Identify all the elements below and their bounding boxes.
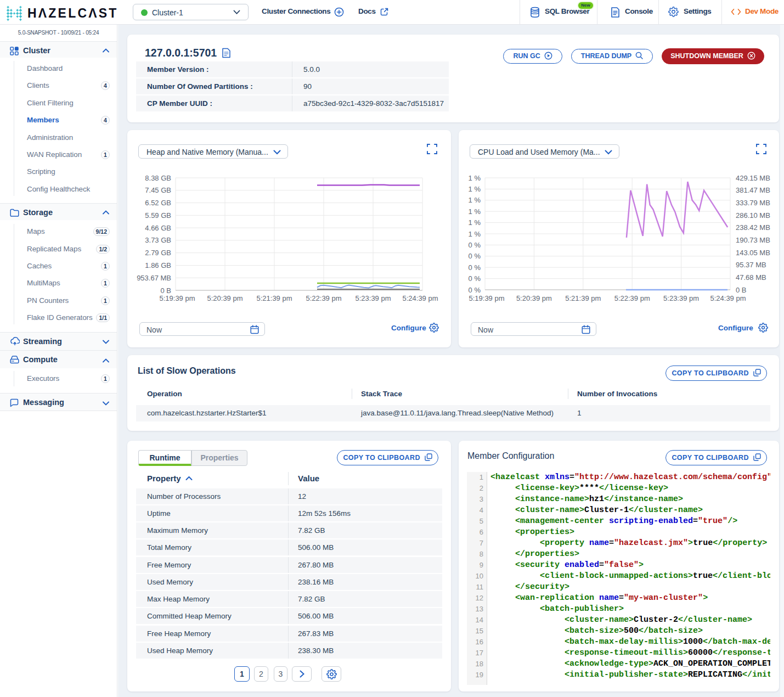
svg-text:47.68 MB: 47.68 MB [736, 273, 766, 282]
svg-text:5:22:39 pm: 5:22:39 pm [614, 294, 650, 302]
svg-text:7.45 GB: 7.45 GB [145, 186, 171, 194]
svg-text:5:21:39 pm: 5:21:39 pm [565, 294, 601, 302]
svg-text:5:23:39 pm: 5:23:39 pm [355, 294, 391, 302]
svg-text:953.67 MB: 953.67 MB [137, 274, 171, 282]
svg-text:0 %: 0 % [469, 274, 481, 283]
svg-text:5:24:39 pm: 5:24:39 pm [402, 294, 438, 302]
svg-text:1.86 GB: 1.86 GB [145, 261, 171, 269]
svg-text:4.66 GB: 4.66 GB [145, 224, 171, 232]
svg-text:1 %: 1 % [469, 218, 481, 227]
svg-text:0 B: 0 B [160, 286, 171, 295]
svg-text:1 %: 1 % [469, 174, 481, 182]
svg-text:1 %: 1 % [469, 185, 481, 193]
svg-text:1 %: 1 % [469, 196, 481, 204]
svg-text:333.79 MB: 333.79 MB [736, 199, 770, 207]
svg-text:95.37 MB: 95.37 MB [736, 261, 766, 269]
svg-text:5:19:39 pm: 5:19:39 pm [469, 294, 504, 302]
svg-text:8.38 GB: 8.38 GB [145, 174, 171, 182]
svg-text:0 %: 0 % [469, 241, 481, 249]
svg-text:238.42 MB: 238.42 MB [736, 223, 770, 232]
svg-text:5:22:39 pm: 5:22:39 pm [306, 294, 341, 302]
svg-text:0 %: 0 % [469, 286, 481, 294]
svg-text:5:21:39 pm: 5:21:39 pm [256, 294, 292, 302]
svg-text:143.05 MB: 143.05 MB [736, 249, 770, 257]
svg-text:190.73 MB: 190.73 MB [736, 236, 770, 244]
svg-text:5:19:39 pm: 5:19:39 pm [159, 294, 195, 302]
svg-text:3.73 GB: 3.73 GB [145, 236, 171, 244]
svg-text:0 %: 0 % [469, 252, 481, 260]
svg-text:1 %: 1 % [469, 207, 481, 216]
svg-text:0 B: 0 B [736, 286, 747, 294]
svg-text:381.47 MB: 381.47 MB [736, 186, 770, 194]
svg-text:5:24:39 pm: 5:24:39 pm [710, 294, 746, 302]
svg-text:5:23:39 pm: 5:23:39 pm [663, 294, 699, 302]
svg-text:0 %: 0 % [469, 263, 481, 272]
svg-text:286.10 MB: 286.10 MB [736, 211, 770, 220]
svg-text:5:20:39 pm: 5:20:39 pm [516, 294, 552, 302]
svg-text:5.59 GB: 5.59 GB [145, 211, 171, 220]
svg-text:5:20:39 pm: 5:20:39 pm [207, 294, 242, 302]
svg-text:429.15 MB: 429.15 MB [736, 174, 770, 182]
svg-text:2.79 GB: 2.79 GB [145, 249, 171, 257]
svg-text:1 %: 1 % [469, 230, 481, 238]
svg-text:6.52 GB: 6.52 GB [145, 199, 171, 207]
